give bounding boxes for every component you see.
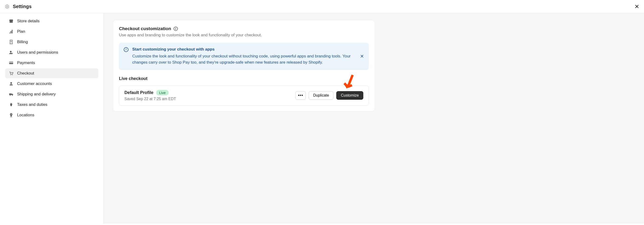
sidebar-item-checkout[interactable]: Checkout [5,68,98,78]
profile-title: Default Profile [124,90,154,95]
truck-icon [8,92,14,97]
svg-point-6 [10,82,12,84]
money-bag-icon [8,102,14,107]
profile-saved-timestamp: Saved Sep 22 at 7:25 am EDT [124,97,176,101]
profile-info: Default Profile Live Saved Sep 22 at 7:2… [124,90,176,101]
users-icon [8,50,14,55]
profile-card: Default Profile Live Saved Sep 22 at 7:2… [119,86,369,106]
live-badge: Live [156,90,168,96]
banner-text: Customize the look and functionality of … [132,53,356,66]
svg-point-7 [10,95,10,96]
payments-icon [8,60,14,66]
profile-title-row: Default Profile Live [124,90,176,96]
billing-icon [8,40,14,44]
sidebar-item-label: Billing [17,40,28,44]
svg-point-1 [12,53,12,54]
info-icon: i [124,47,128,52]
info-icon[interactable]: i [174,26,178,31]
sidebar-item-customer-accounts[interactable]: Customer accounts [5,79,98,89]
svg-point-0 [10,51,12,52]
sidebar-item-taxes[interactable]: Taxes and duties [5,100,98,110]
sidebar-item-billing[interactable]: Billing [5,37,98,47]
page-title: Settings [13,4,32,9]
svg-point-5 [12,74,13,75]
sidebar-item-store-details[interactable]: Store details [5,16,98,26]
info-banner: i Start customizing your checkout with a… [119,43,369,70]
close-button[interactable]: ✕ [634,4,639,10]
banner-icon-wrap: i [124,47,128,66]
content-area: Checkout customization i Use apps and br… [104,13,644,224]
svg-point-4 [10,74,11,75]
sidebar-item-label: Checkout [17,71,34,76]
settings-sidebar: Store details Plan Billing Users and per… [0,13,104,224]
close-icon: ✕ [360,54,364,59]
live-checkout-heading: Live checkout [119,76,369,81]
close-icon: ✕ [634,3,639,10]
person-icon [8,81,14,86]
sidebar-item-label: Locations [17,113,34,118]
main-container: Store details Plan Billing Users and per… [0,13,644,224]
banner-close-button[interactable]: ✕ [360,47,364,66]
customize-button[interactable]: Customize [336,91,363,100]
cart-icon [8,71,14,76]
card-header: Checkout customization i [119,26,369,31]
sidebar-item-label: Plan [17,29,25,34]
gear-icon [5,4,10,9]
sidebar-item-locations[interactable]: Locations [5,110,98,120]
sidebar-item-label: Shipping and delivery [17,92,56,96]
sidebar-item-label: Taxes and duties [17,102,48,107]
location-pin-icon [8,112,14,118]
duplicate-button[interactable]: Duplicate [309,91,334,100]
card-title: Checkout customization [119,26,171,31]
sidebar-item-label: Store details [17,19,40,24]
card-subtitle: Use apps and branding to customize the l… [119,33,369,38]
sidebar-item-shipping[interactable]: Shipping and delivery [5,89,98,99]
banner-content: Start customizing your checkout with app… [132,47,356,66]
store-icon [8,18,14,24]
sidebar-item-plan[interactable]: Plan [5,26,98,36]
plan-icon [8,29,14,34]
settings-header: Settings ✕ [0,0,644,13]
svg-rect-3 [9,62,13,63]
svg-rect-9 [10,117,12,117]
svg-point-8 [12,95,12,96]
svg-marker-10 [344,84,351,88]
sidebar-item-label: Customer accounts [17,82,52,86]
sidebar-item-label: Payments [17,60,35,65]
profile-actions: ••• Duplicate Customize [296,91,363,100]
more-actions-button[interactable]: ••• [296,91,306,100]
banner-title: Start customizing your checkout with app… [132,47,356,52]
sidebar-item-label: Users and permissions [17,50,58,55]
sidebar-item-users[interactable]: Users and permissions [5,48,98,58]
checkout-customization-card: Checkout customization i Use apps and br… [113,20,374,111]
sidebar-item-payments[interactable]: Payments [5,58,98,68]
